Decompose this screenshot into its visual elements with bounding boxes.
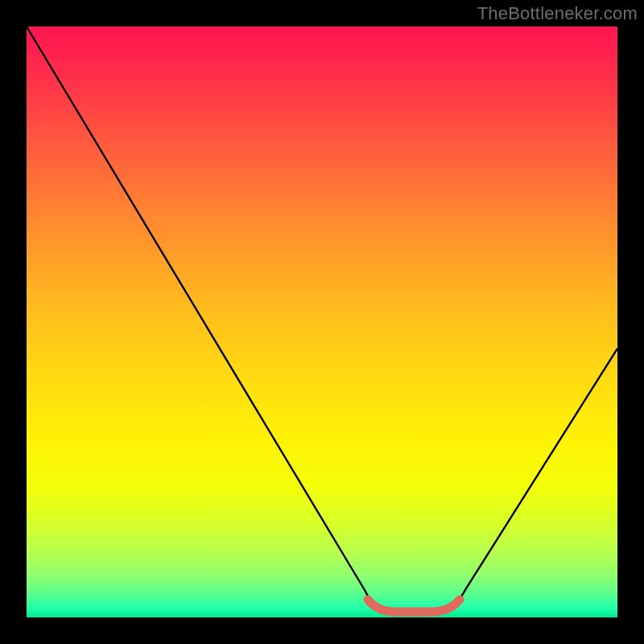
bottleneck-curve bbox=[27, 27, 617, 612]
optimal-range-marker bbox=[368, 600, 460, 612]
chart-frame: TheBottleneker.com bbox=[0, 0, 644, 644]
watermark-text: TheBottleneker.com bbox=[477, 3, 638, 24]
curve-layer bbox=[27, 27, 617, 617]
plot-area bbox=[27, 27, 617, 617]
